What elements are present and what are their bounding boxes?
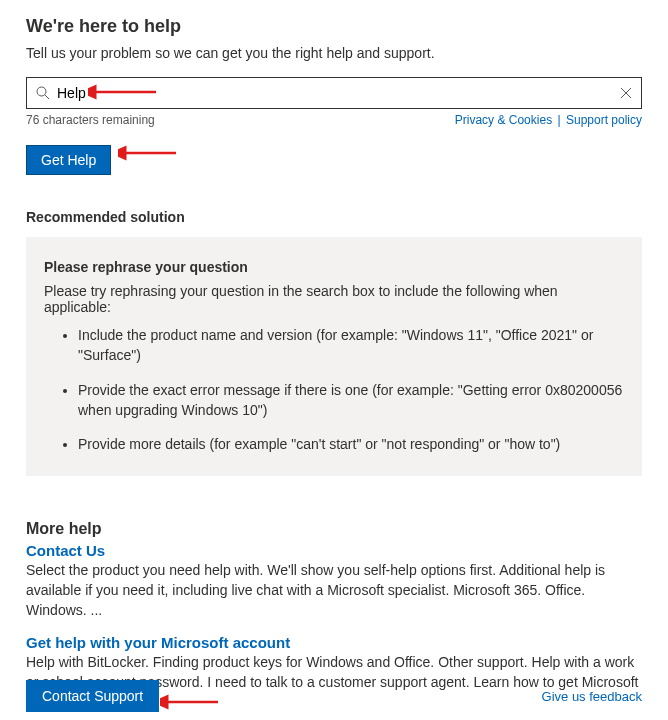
recommended-title: Please rephrase your question	[44, 259, 624, 275]
search-icon	[35, 85, 51, 101]
recommended-heading: Recommended solution	[26, 209, 642, 225]
clear-icon[interactable]	[619, 86, 633, 100]
chars-remaining: 76 characters remaining	[26, 113, 155, 127]
list-item: Include the product name and version (fo…	[78, 325, 624, 366]
help-link-ms-account[interactable]: Get help with your Microsoft account	[26, 634, 290, 651]
feedback-link[interactable]: Give us feedback	[542, 689, 642, 704]
get-help-button[interactable]: Get Help	[26, 145, 111, 175]
svg-line-1	[45, 95, 49, 99]
recommended-box: Please rephrase your question Please try…	[26, 237, 642, 476]
search-input[interactable]	[57, 79, 619, 107]
help-item: Contact Us Select the product you need h…	[26, 542, 642, 620]
recommended-bullets: Include the product name and version (fo…	[44, 325, 624, 454]
contact-support-button[interactable]: Contact Support	[26, 680, 159, 712]
page-title: We're here to help	[26, 16, 642, 37]
more-help-heading: More help	[26, 520, 642, 538]
list-item: Provide more details (for example "can't…	[78, 434, 624, 454]
policy-links: Privacy & Cookies | Support policy	[455, 113, 642, 127]
help-link-contact-us[interactable]: Contact Us	[26, 542, 105, 559]
search-box[interactable]	[26, 77, 642, 109]
recommended-instruction: Please try rephrasing your question in t…	[44, 283, 624, 315]
page-subtitle: Tell us your problem so we can get you t…	[26, 45, 642, 61]
list-item: Provide the exact error message if there…	[78, 380, 624, 421]
support-policy-link[interactable]: Support policy	[566, 113, 642, 127]
help-desc: Select the product you need help with. W…	[26, 561, 642, 620]
privacy-link[interactable]: Privacy & Cookies	[455, 113, 552, 127]
svg-point-0	[37, 87, 46, 96]
footer: Contact Support Give us feedback	[26, 680, 642, 712]
